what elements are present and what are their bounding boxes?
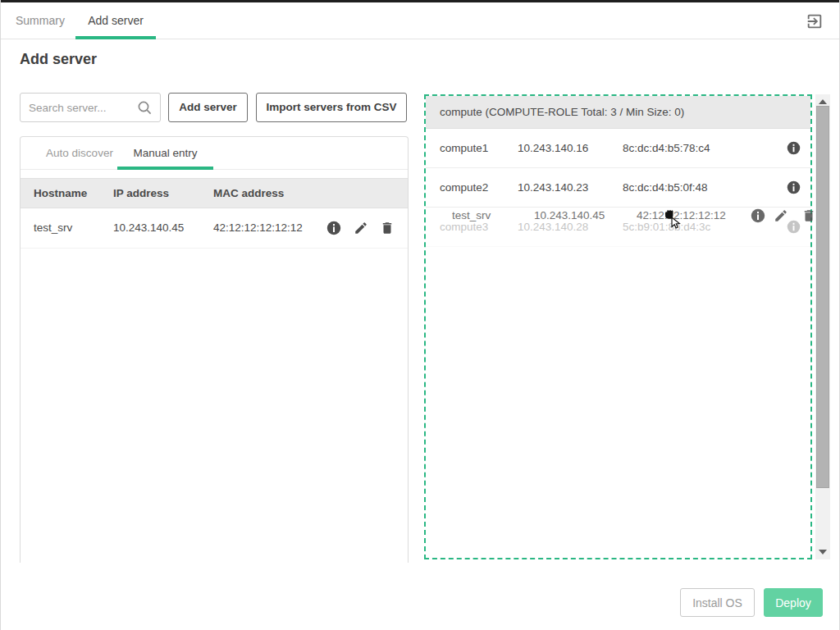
edit-pencil-icon[interactable] [354,221,368,235]
compute-role-header: compute (COMPUTE-ROLE Total: 3 / Min Siz… [426,96,810,129]
tab-auto-discover[interactable]: Auto discover [34,137,125,170]
edit-pencil-icon [774,208,788,223]
search-icon[interactable] [136,99,153,116]
role-mac: 8c:dc:d4:b5:78:c4 [623,129,710,167]
search-server-input[interactable] [29,94,135,121]
column-ip-address: IP address [113,179,169,208]
delete-trash-icon[interactable] [380,221,395,235]
info-icon[interactable] [787,180,801,194]
role-mac: 8c:dc:d4:b5:0f:48 [623,168,708,207]
scroll-down-arrow-icon[interactable] [819,550,827,555]
column-mac-address: MAC address [213,179,284,208]
dragged-ip: 10.243.140.45 [534,205,605,226]
server-hostname: test_srv [34,208,72,248]
server-table-header: Hostname IP address MAC address [21,178,408,208]
server-row-test-srv[interactable]: test_srv 10.243.140.45 42:12:12:12:12:12 [21,208,408,249]
info-icon[interactable] [787,141,801,155]
server-list-panel: Auto discover Manual entry Hostname IP a… [20,136,409,563]
tab-manual-entry[interactable]: Manual entry [117,137,213,170]
role-hostname: compute1 [440,129,488,167]
delete-trash-icon [801,208,816,223]
dragged-hostname: test_srv [452,205,491,226]
server-list-tabs: Auto discover Manual entry [21,137,408,170]
role-hostname: compute2 [440,168,488,207]
info-icon[interactable] [326,221,341,235]
top-tab-bar: Summary Add server [1,2,840,39]
add-server-page: Summary Add server Add server Add server… [0,0,840,630]
info-icon [751,208,765,223]
grabbing-hand-cursor-icon [660,206,687,234]
column-hostname: Hostname [34,179,87,208]
add-server-button[interactable]: Add server [168,93,248,122]
server-ip: 10.243.140.45 [113,208,184,248]
role-row-compute2[interactable]: compute2 10.243.140.23 8c:dc:d4:b5:0f:48 [426,168,810,208]
server-mac: 42:12:12:12:12:12 [213,208,303,248]
exit-to-app-icon[interactable] [806,12,824,30]
tab-summary[interactable]: Summary [16,2,65,39]
deploy-button[interactable]: Deploy [764,588,823,617]
role-ip: 10.243.140.16 [518,129,588,167]
compute-role-dropzone[interactable]: compute (COMPUTE-ROLE Total: 3 / Min Siz… [424,94,812,559]
install-os-button[interactable]: Install OS [680,588,755,617]
tab-add-server[interactable]: Add server [75,2,156,39]
dragged-server-row[interactable]: test_srv 10.243.140.45 42:12:12:12:12:12 [434,205,819,228]
role-row-compute1[interactable]: compute1 10.243.140.16 8c:dc:d4:b5:78:c4 [426,129,810,168]
scrollbar-thumb[interactable] [816,106,829,488]
role-panel-scrollbar[interactable] [815,94,830,559]
scroll-up-arrow-icon[interactable] [819,99,827,104]
import-servers-csv-button[interactable]: Import servers from CSV [256,93,407,122]
role-ip: 10.243.140.23 [518,168,588,207]
page-title: Add server [20,51,97,68]
spacer [21,170,408,178]
search-server-box [20,93,161,122]
